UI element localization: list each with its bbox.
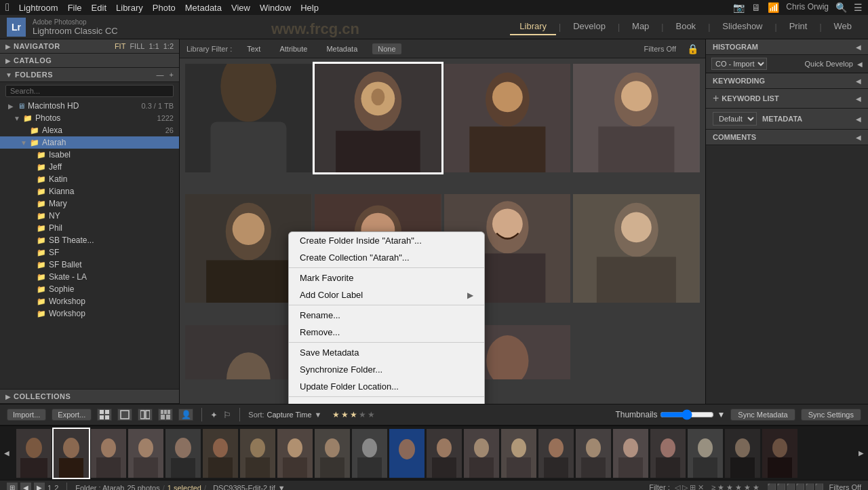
ctx-rename[interactable]: Rename... xyxy=(289,307,484,324)
survey-view-btn[interactable] xyxy=(158,409,173,421)
spray-can-icon[interactable]: ✦ xyxy=(210,410,218,420)
photo-thumb[interactable] xyxy=(573,194,700,303)
page-grid-btn[interactable]: ⊞ xyxy=(7,483,18,491)
add-folder-btn[interactable]: + xyxy=(170,71,174,79)
metadata-preset-select[interactable]: Default xyxy=(713,112,757,126)
folder-phil[interactable]: 📁 Phil xyxy=(0,222,179,234)
ctx-create-collection[interactable]: Create Collection "Atarah"... xyxy=(289,249,484,266)
page-1[interactable]: 1 xyxy=(47,484,52,491)
folder-jeff[interactable]: 📁 Jeff xyxy=(0,161,179,173)
filmstrip-thumb[interactable] xyxy=(688,429,723,478)
filter-metadata[interactable]: Metadata xyxy=(322,43,361,54)
folder-photos[interactable]: ▼ 📁 Photos 1222 xyxy=(0,112,179,124)
folder-sb-theater[interactable]: 📁 SB Theate... xyxy=(0,234,179,246)
filmstrip-thumb[interactable] xyxy=(389,429,425,478)
sync-settings-button[interactable]: Sync Settings xyxy=(801,409,861,421)
filter-none[interactable]: None xyxy=(372,43,401,54)
filmstrip-thumb[interactable] xyxy=(352,429,387,478)
filmstrip-expand-icon[interactable]: ▶ xyxy=(859,449,864,457)
filmstrip-thumb[interactable] xyxy=(203,429,238,478)
star-1[interactable]: ★ xyxy=(332,410,340,419)
tab-develop[interactable]: Develop xyxy=(564,18,615,35)
filmstrip-thumb[interactable] xyxy=(240,429,275,478)
filter-attribute[interactable]: Attribute xyxy=(275,43,311,54)
folder-sf[interactable]: 📁 SF xyxy=(0,246,179,259)
filmstrip-thumb[interactable] xyxy=(427,429,462,478)
folder-alexa[interactable]: 📁 Alexa 26 xyxy=(0,124,179,136)
star-2[interactable]: ★ xyxy=(341,410,349,419)
loupe-view-btn[interactable] xyxy=(117,409,132,421)
photo-thumb[interactable] xyxy=(185,64,312,172)
flag-icon[interactable]: ⚐ xyxy=(223,410,231,420)
metadata-header[interactable]: Default Metadata ◀ xyxy=(706,109,868,129)
filmstrip-thumb[interactable] xyxy=(464,429,499,478)
folder-katin[interactable]: 📁 Katin xyxy=(0,173,179,185)
folder-isabel[interactable]: 📁 Isabel xyxy=(0,149,179,161)
import-button[interactable]: Import... xyxy=(7,409,46,421)
tab-print[interactable]: Print xyxy=(780,18,817,35)
ctx-create-folder[interactable]: Create Folder Inside "Atarah"... xyxy=(289,232,484,249)
filmstrip-thumb[interactable] xyxy=(725,429,760,478)
tab-book[interactable]: Book xyxy=(666,18,705,35)
grid-view-btn[interactable] xyxy=(97,409,112,421)
filmstrip-thumb[interactable] xyxy=(128,429,163,478)
nav-1-2[interactable]: 1:2 xyxy=(163,42,174,50)
folder-skate-la[interactable]: 📁 Skate - LA xyxy=(0,271,179,283)
page-2[interactable]: 2 xyxy=(54,484,58,491)
menu-window[interactable]: Window xyxy=(260,3,291,13)
tab-map[interactable]: Map xyxy=(623,18,658,35)
remove-folder-btn[interactable]: — xyxy=(157,71,164,79)
sort-direction-icon[interactable]: ▼ xyxy=(315,411,322,419)
menu-lightroom[interactable]: Lightroom xyxy=(19,3,58,13)
filmstrip-thumb[interactable] xyxy=(91,429,126,478)
photo-thumb[interactable] xyxy=(444,64,571,172)
ctx-import-to-folder[interactable]: Import to this Folder... xyxy=(289,398,484,404)
photo-thumb[interactable] xyxy=(573,64,700,172)
folders-header[interactable]: ▼ Folders — + xyxy=(0,68,179,82)
next-page-btn[interactable]: ▶ xyxy=(34,483,45,491)
ctx-remove[interactable]: Remove... xyxy=(289,324,484,341)
ctx-save-metadata[interactable]: Save Metadata xyxy=(289,344,484,361)
sort-value[interactable]: Capture Time xyxy=(267,411,312,419)
filmstrip-thumb[interactable] xyxy=(165,429,201,478)
export-button[interactable]: Export... xyxy=(52,409,92,421)
filmstrip-thumb[interactable] xyxy=(16,429,52,478)
photo-thumb[interactable] xyxy=(315,64,441,172)
filmstrip-thumb[interactable] xyxy=(613,429,648,478)
filmstrip-thumb[interactable] xyxy=(650,429,686,478)
prev-page-btn[interactable]: ◀ xyxy=(20,483,31,491)
menu-library[interactable]: Library xyxy=(116,3,143,13)
filmstrip-thumb[interactable] xyxy=(277,429,313,478)
ctx-update-folder-location[interactable]: Update Folder Location... xyxy=(289,378,484,395)
ctx-add-color-label[interactable]: Add Color Label ▶ xyxy=(289,286,484,303)
filmstrip-thumb[interactable] xyxy=(315,429,350,478)
filmstrip-collapse-icon[interactable]: ◀ xyxy=(4,449,9,457)
thumbnail-size-slider[interactable] xyxy=(660,409,714,420)
folder-kianna[interactable]: 📁 Kianna xyxy=(0,185,179,197)
filmstrip-thumb[interactable] xyxy=(762,429,797,478)
ctx-mark-favorite[interactable]: Mark Favorite xyxy=(289,269,484,286)
menu-help[interactable]: Help xyxy=(300,3,319,13)
filmstrip-thumb[interactable] xyxy=(501,429,536,478)
nav-fit[interactable]: FIT xyxy=(115,42,126,50)
tab-library[interactable]: Library xyxy=(510,18,556,35)
folder-sf-ballet[interactable]: 📁 SF Ballet xyxy=(0,259,179,271)
tab-web[interactable]: Web xyxy=(825,18,862,35)
search-icon[interactable]: 🔍 xyxy=(835,2,847,13)
filter-text[interactable]: Text xyxy=(243,43,264,54)
catalog-header[interactable]: ▶ Catalog xyxy=(0,54,179,68)
filmstrip-thumb[interactable] xyxy=(576,429,611,478)
star-5[interactable]: ★ xyxy=(368,410,375,419)
sync-metadata-button[interactable]: Sync Metadata xyxy=(730,409,795,421)
filter-lock-icon[interactable]: 🔒 xyxy=(687,43,698,54)
comments-header[interactable]: Comments ◀ xyxy=(706,130,868,145)
folder-atarah[interactable]: ▼ 📁 Atarah xyxy=(0,136,179,149)
compare-view-btn[interactable] xyxy=(138,409,153,421)
menu-view[interactable]: View xyxy=(231,3,250,13)
filmstrip-thumb[interactable] xyxy=(538,429,574,478)
apple-menu[interactable]:  xyxy=(5,1,9,14)
list-icon[interactable]: ☰ xyxy=(854,2,863,13)
histogram-header[interactable]: Histogram ◀ xyxy=(706,39,868,54)
keyword-list-header[interactable]: + Keyword List ◀ xyxy=(706,89,868,108)
folder-workshop2[interactable]: 📁 Workshop xyxy=(0,307,179,320)
